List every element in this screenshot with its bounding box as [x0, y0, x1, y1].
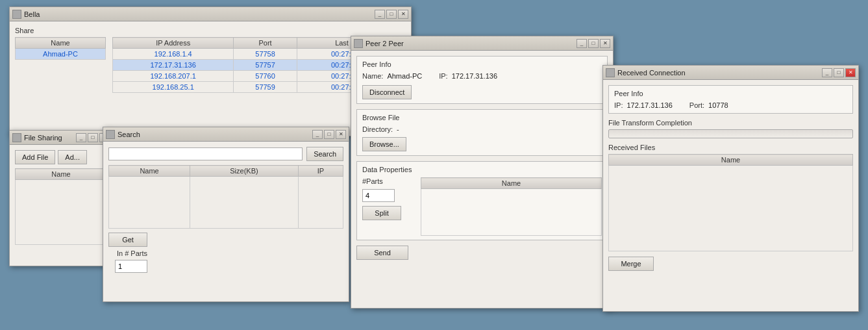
peer2peer-close-button[interactable]: ✕	[600, 39, 610, 48]
port-cell: 57760	[234, 71, 297, 82]
table-row	[16, 180, 107, 245]
in-parts-value[interactable]: 1	[115, 260, 147, 273]
peer2peer-minimize-button[interactable]: _	[577, 39, 587, 48]
browse-file-group: Browse File Directory: - Browse...	[356, 109, 608, 156]
received-peer-info-group: Peer Info IP: 172.17.31.136 Port: 10778	[608, 85, 853, 114]
search-button[interactable]: Search	[306, 147, 343, 161]
bella-controls: _ □ ✕	[375, 10, 408, 19]
bella-ip-header: IP Address	[113, 38, 234, 49]
data-properties-group: Data Properties #Parts 4 Split Name	[356, 161, 608, 240]
received-controls: _ □ ✕	[822, 68, 856, 77]
peer-info-title: Peer Info	[362, 60, 602, 68]
peer-name-label: Name:	[362, 72, 383, 80]
received-connection-window: Received Connection _ □ ✕ Peer Info IP: …	[602, 65, 859, 312]
disconnect-button[interactable]: Disconnect	[362, 85, 412, 99]
peer2peer-controls: _ □ ✕	[577, 39, 610, 48]
port-cell: 57759	[234, 82, 297, 93]
transform-progress-bar	[608, 129, 853, 138]
in-parts-label: In # Parts	[117, 249, 147, 257]
filesharing-window-icon	[12, 133, 21, 142]
add-button[interactable]: Ad...	[58, 150, 87, 164]
ip-cell: 192.168.1.4	[113, 49, 234, 60]
search-minimize-button[interactable]: _	[312, 130, 323, 139]
bella-window-icon	[12, 10, 21, 19]
data-properties-title: Data Properties	[362, 166, 602, 173]
search-maximize-button[interactable]: □	[324, 130, 334, 139]
filesharing-table: Name	[15, 168, 107, 245]
peer2peer-maximize-button[interactable]: □	[588, 39, 599, 48]
search-title-bar[interactable]: Search _ □ ✕	[103, 127, 349, 142]
search-title: Search	[118, 131, 312, 138]
add-file-button[interactable]: Add File	[15, 150, 55, 164]
received-files-label: Received Files	[608, 144, 853, 151]
bella-close-button[interactable]: ✕	[398, 10, 408, 19]
received-content: Peer Info IP: 172.17.31.136 Port: 10778 …	[603, 80, 858, 276]
parts-label: #Parts	[362, 177, 414, 185]
table-row	[609, 166, 853, 251]
received-port-label: Port:	[689, 101, 704, 109]
bella-title-bar[interactable]: Bella _ □ ✕	[10, 7, 411, 21]
parts-value[interactable]: 4	[362, 189, 395, 202]
merge-button[interactable]: Merge	[608, 257, 654, 271]
received-minimize-button[interactable]: _	[822, 68, 832, 77]
search-name-header: Name	[109, 166, 190, 177]
search-content: Search Name Size(KB) IP Get In # Parts 1	[103, 142, 349, 278]
filesharing-maximize-button[interactable]: □	[88, 133, 98, 142]
port-cell: 57757	[234, 60, 297, 71]
filesharing-title: File Sharing	[24, 134, 76, 142]
search-close-button[interactable]: ✕	[336, 130, 346, 139]
bella-name-col-header: Name	[16, 38, 106, 49]
transform-section: File Transform Completion	[608, 119, 853, 138]
search-controls: _ □ ✕	[312, 130, 346, 139]
received-title: Received Connection	[617, 69, 822, 77]
bella-share-label: Share	[15, 27, 406, 34]
filesharing-title-bar[interactable]: File Sharing _ □ ✕	[10, 131, 112, 145]
peer-ip-label: IP:	[439, 72, 447, 80]
directory-value: -	[397, 125, 399, 133]
received-maximize-button[interactable]: □	[834, 68, 844, 77]
bella-minimize-button[interactable]: _	[375, 10, 385, 19]
port-cell: 57758	[234, 49, 297, 60]
directory-label: Directory:	[362, 125, 393, 133]
ip-cell: 172.17.31.136	[113, 60, 234, 71]
bella-name-table: Name Ahmad-PC	[15, 37, 106, 60]
transform-label: File Transform Completion	[608, 119, 853, 127]
received-title-bar[interactable]: Received Connection _ □ ✕	[603, 66, 858, 80]
merge-section: Merge	[608, 257, 853, 271]
table-row	[109, 177, 343, 229]
peer-name-col-header: Name	[421, 178, 602, 189]
search-window: Search _ □ ✕ Search Name Size(KB) IP	[103, 127, 349, 302]
browse-file-title: Browse File	[362, 114, 602, 121]
received-close-button[interactable]: ✕	[845, 68, 856, 77]
split-button[interactable]: Split	[362, 206, 401, 220]
peer2peer-title-bar[interactable]: Peer 2 Peer _ □ ✕	[351, 36, 613, 51]
peer2peer-window: Peer 2 Peer _ □ ✕ Peer Info Name: Ahmad-…	[351, 36, 614, 309]
received-window-icon	[606, 68, 615, 77]
table-row[interactable]: Ahmad-PC	[16, 49, 106, 60]
filesharing-content: Add File Ad... Name	[10, 145, 112, 250]
peer2peer-title: Peer 2 Peer	[366, 40, 577, 47]
send-button[interactable]: Send	[356, 246, 408, 260]
received-ip-value: 172.17.31.136	[626, 101, 672, 109]
search-window-icon	[106, 130, 115, 139]
bella-title: Bella	[24, 10, 375, 18]
peer-ip-value: 172.17.31.136	[452, 72, 497, 80]
bella-name-cell: Ahmad-PC	[16, 49, 106, 60]
peer2peer-content: Peer Info Name: Ahmad-PC IP: 172.17.31.1…	[351, 51, 613, 265]
peer-info-group: Peer Info Name: Ahmad-PC IP: 172.17.31.1…	[356, 56, 608, 104]
table-row	[421, 189, 602, 236]
search-input[interactable]	[108, 147, 303, 160]
received-port-value: 10778	[708, 101, 728, 109]
received-files-section: Received Files Name	[608, 144, 853, 251]
received-peer-info-title: Peer Info	[614, 90, 847, 97]
received-name-col-header: Name	[609, 155, 853, 166]
bella-maximize-button[interactable]: □	[386, 10, 397, 19]
filesharing-minimize-button[interactable]: _	[76, 133, 86, 142]
peer-name-value: Ahmad-PC	[387, 72, 422, 80]
get-button[interactable]: Get	[108, 233, 147, 247]
search-size-header: Size(KB)	[190, 166, 299, 177]
search-ip-header: IP	[298, 166, 343, 177]
browse-button[interactable]: Browse...	[362, 137, 406, 151]
filesharing-window: File Sharing _ □ ✕ Add File Ad... Name	[9, 130, 113, 266]
ip-cell: 192.168.207.1	[113, 71, 234, 82]
